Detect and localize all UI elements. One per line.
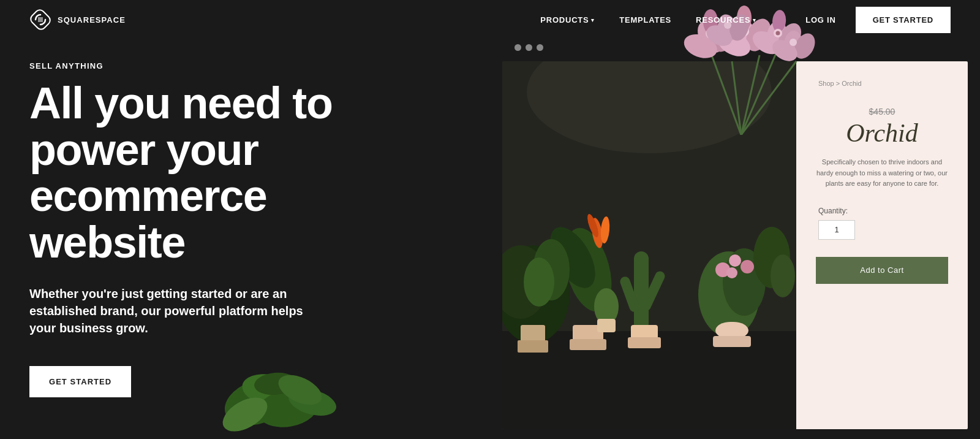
svg-point-61 (729, 254, 741, 267)
browser-dot-3 (537, 44, 543, 51)
browser-dot-1 (514, 44, 521, 51)
svg-rect-55 (570, 339, 606, 350)
demo-product-name: Orchid (846, 119, 918, 147)
svg-point-63 (726, 267, 737, 278)
main-nav: SQUARESPACE PRODUCTS ▾ TEMPLATES RESOURC… (0, 0, 980, 39)
browser-dot-2 (526, 44, 532, 51)
nav-get-started-button[interactable]: GET STARTED (856, 7, 951, 33)
demo-product-description: Specifically chosen to thrive indoors an… (813, 157, 951, 189)
svg-point-67 (771, 254, 795, 297)
nav-item-resources[interactable]: RESOURCES ▾ (696, 15, 756, 25)
nav-links: PRODUCTS ▾ TEMPLATES RESOURCES ▾ (540, 15, 756, 25)
chevron-down-icon: ▾ (591, 17, 595, 23)
squarespace-logo-icon (29, 9, 51, 31)
hero-section: SELL ANYTHING All you need to power your… (0, 0, 980, 439)
demo-quantity-label: Quantity: (818, 207, 848, 215)
svg-rect-43 (518, 340, 548, 353)
demo-mockup: Shop > Orchid $45.00 Orchid Specifically… (502, 37, 980, 439)
svg-point-57 (524, 258, 554, 307)
hero-title: All you need to power your ecommerce web… (29, 80, 372, 265)
hero-cta-button[interactable]: GET STARTED (29, 366, 131, 397)
nav-actions: LOG IN GET STARTED (805, 7, 951, 33)
hero-eyebrow: SELL ANYTHING (29, 61, 372, 71)
svg-rect-48 (628, 337, 661, 348)
svg-point-62 (741, 260, 754, 273)
svg-rect-69 (597, 319, 616, 332)
hero-subtitle: Whether you're just getting started or a… (29, 285, 323, 337)
logo-text: SQUARESPACE (58, 15, 126, 25)
svg-rect-65 (713, 336, 751, 347)
login-link[interactable]: LOG IN (805, 15, 835, 25)
nav-logo[interactable]: SQUARESPACE (29, 9, 126, 31)
add-to-cart-button[interactable]: Add to Cart (816, 257, 948, 284)
svg-point-37 (790, 39, 797, 46)
chevron-down-icon: ▾ (753, 17, 756, 23)
svg-rect-44 (634, 251, 649, 331)
demo-quantity-input[interactable]: 1 (818, 220, 855, 240)
nav-item-products[interactable]: PRODUCTS ▾ (540, 15, 595, 25)
hero-content: SELL ANYTHING All you need to power your… (29, 61, 372, 397)
browser-dots (514, 44, 543, 51)
nav-item-templates[interactable]: TEMPLATES (619, 15, 671, 25)
demo-price: $45.00 (869, 107, 895, 116)
